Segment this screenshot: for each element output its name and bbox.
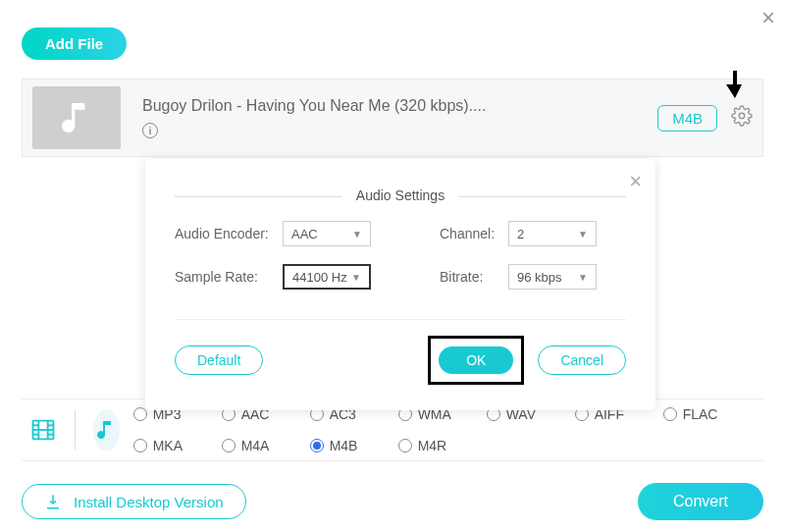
install-desktop-button[interactable]: Install Desktop Version	[22, 484, 246, 519]
close-icon[interactable]: ×	[629, 169, 642, 194]
format-option-m4a[interactable]: M4A	[222, 438, 292, 453]
dialog-title: Audio Settings	[341, 187, 459, 203]
formats-list: MP3AACAC3WMAWAVAIFFFLACMKAM4AM4BM4R	[133, 406, 756, 453]
chevron-down-icon: ▼	[352, 229, 362, 239]
output-format-badge[interactable]: M4B	[657, 105, 717, 132]
cancel-button[interactable]: Cancel	[538, 346, 626, 375]
format-option-mka[interactable]: MKA	[133, 438, 204, 453]
encoder-select[interactable]: AAC▼	[283, 221, 371, 246]
add-file-button[interactable]: Add File	[22, 27, 127, 60]
channel-select[interactable]: 2▼	[508, 221, 597, 246]
radio-icon	[310, 439, 324, 452]
window-close-icon[interactable]: ×	[761, 4, 775, 31]
video-mode-button[interactable]	[29, 409, 57, 451]
default-button[interactable]: Default	[175, 346, 263, 375]
chevron-down-icon: ▼	[578, 229, 588, 239]
format-option-flac[interactable]: FLAC	[663, 406, 734, 422]
radio-icon	[222, 439, 236, 452]
annotation-arrow-icon	[726, 71, 744, 102]
ok-button[interactable]: OK	[439, 346, 513, 374]
convert-button[interactable]: Convert	[638, 483, 763, 520]
radio-icon	[133, 407, 147, 421]
file-title: Bugoy Drilon - Having You Near Me (320 k…	[142, 97, 486, 115]
annotation-highlight: OK	[428, 336, 524, 385]
format-option-m4b[interactable]: M4B	[310, 438, 381, 453]
channel-label: Channel:	[440, 226, 508, 241]
file-info: Bugoy Drilon - Having You Near Me (320 k…	[142, 97, 486, 138]
audio-mode-button[interactable]	[93, 409, 120, 451]
info-icon[interactable]: i	[142, 123, 158, 138]
file-thumbnail	[32, 86, 121, 149]
gear-icon[interactable]	[731, 105, 753, 131]
download-icon	[44, 493, 62, 510]
chevron-down-icon: ▼	[351, 272, 361, 283]
file-row: Bugoy Drilon - Having You Near Me (320 k…	[22, 79, 763, 157]
divider	[75, 410, 76, 450]
audio-settings-dialog: × Audio Settings Audio Encoder: AAC▼ Cha…	[145, 159, 655, 410]
sample-rate-label: Sample Rate:	[175, 269, 283, 285]
music-note-icon	[57, 98, 96, 137]
radio-icon	[398, 439, 412, 452]
bitrate-label: Bitrate:	[440, 269, 508, 285]
svg-point-0	[739, 113, 745, 119]
footer: Install Desktop Version Convert	[22, 483, 763, 520]
radio-icon	[663, 407, 677, 421]
bitrate-select[interactable]: 96 kbps▼	[508, 264, 597, 290]
divider	[175, 319, 626, 320]
radio-icon	[133, 439, 147, 452]
sample-rate-select[interactable]: 44100 Hz▼	[283, 264, 371, 290]
chevron-down-icon: ▼	[578, 272, 588, 283]
encoder-label: Audio Encoder:	[175, 226, 283, 241]
format-option-m4r[interactable]: M4R	[398, 438, 469, 453]
